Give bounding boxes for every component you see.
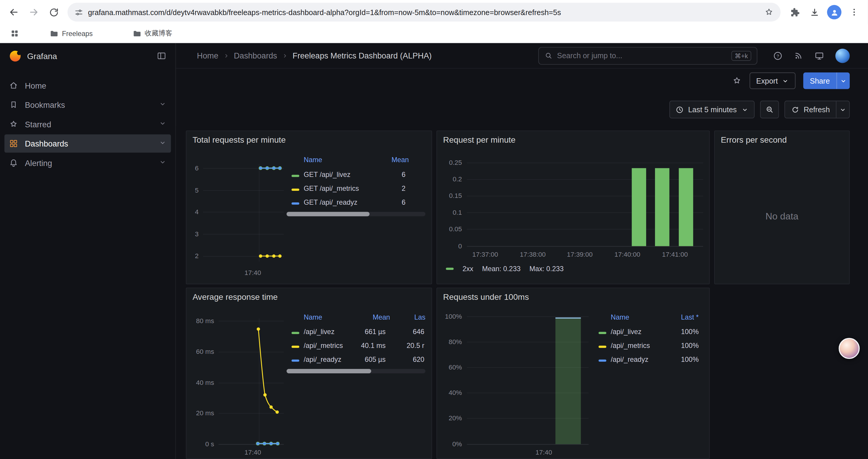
dashboard-canvas: Total requests per minute 6 5 4 3 2 <box>176 126 868 459</box>
bar-under-100ms[interactable] <box>555 318 581 444</box>
news-button[interactable] <box>794 51 803 60</box>
series-name[interactable]: GET /api/_readyz <box>304 198 358 206</box>
downloads-button[interactable] <box>805 3 824 22</box>
sidebar-item-alerting[interactable]: Alerting <box>4 154 171 172</box>
scrollbar-thumb[interactable] <box>286 369 371 373</box>
series-name[interactable]: GET /api/_metrics <box>304 185 359 192</box>
apps-shortcut-button[interactable] <box>6 26 22 41</box>
legend-header-last[interactable]: Last * <box>681 314 699 321</box>
share-label[interactable]: Share <box>803 72 836 89</box>
legend-header-mean[interactable]: Mean <box>373 314 390 321</box>
header-icons: ? <box>773 48 850 63</box>
sidebar-item-starred[interactable]: Starred <box>4 115 171 133</box>
url-text[interactable]: grafana.mathmast.com/d/deytv4rwavabkb/fr… <box>88 8 760 16</box>
url-bar[interactable]: grafana.mathmast.com/d/deytv4rwavabkb/fr… <box>67 3 780 22</box>
legend-scrollbar[interactable] <box>286 212 426 216</box>
breadcrumb: Home Dashboards Freeleaps Metrics Dashbo… <box>197 51 538 60</box>
legend-header-name[interactable]: Name <box>304 314 322 321</box>
user-avatar[interactable] <box>835 48 850 63</box>
export-button[interactable]: Export <box>749 72 795 89</box>
extensions-button[interactable] <box>785 3 804 22</box>
collapse-sidebar-button[interactable] <box>157 51 167 61</box>
series-name[interactable]: /api/_livez <box>304 328 335 335</box>
series-mean: 6 <box>402 198 406 206</box>
series-mean: 2 <box>402 185 406 192</box>
bar-2xx[interactable] <box>679 168 693 246</box>
bookmark-folder-blogs[interactable]: 收藏博客 <box>129 27 176 40</box>
panel-title[interactable]: Errors per second <box>721 135 787 144</box>
search-box[interactable]: ⌘+k <box>538 47 757 64</box>
series-name[interactable]: 2xx <box>462 265 473 273</box>
site-settings-icon[interactable] <box>74 7 84 17</box>
browser-menu-button[interactable] <box>845 3 864 22</box>
back-icon <box>8 6 19 18</box>
back-button[interactable] <box>4 3 23 22</box>
grafana-logo-icon[interactable] <box>9 50 22 62</box>
sidebar-item-label: Alerting <box>25 158 52 167</box>
breadcrumb-home[interactable]: Home <box>197 51 218 60</box>
bookmark-folder-freeleaps[interactable]: Freeleaps <box>46 28 96 40</box>
grafana-app: Grafana Home Bookmarks Starred <box>0 43 868 459</box>
series-readyz-line <box>259 167 281 169</box>
time-range-picker[interactable]: Last 5 minutes <box>670 101 754 119</box>
forward-button[interactable] <box>24 3 43 22</box>
series-last: 100% <box>681 342 699 350</box>
display-button[interactable] <box>814 51 824 61</box>
chevron-down-icon[interactable] <box>159 100 166 109</box>
sidebar-item-label: Bookmarks <box>25 100 65 109</box>
series-metrics-line <box>257 328 279 414</box>
refresh-interval-button[interactable] <box>836 101 849 118</box>
series-name[interactable]: /api/_readyz <box>304 356 342 363</box>
refresh-button[interactable]: Refresh <box>785 101 836 118</box>
monitor-icon <box>814 51 824 61</box>
y-tick: 0.05 <box>440 225 462 233</box>
breadcrumb-dashboards[interactable]: Dashboards <box>234 51 277 60</box>
sidebar-item-dashboards[interactable]: Dashboards <box>4 134 171 153</box>
kebab-menu-icon <box>849 7 859 17</box>
share-menu-button[interactable] <box>836 72 850 89</box>
search-icon <box>545 52 553 60</box>
sidebar-item-bookmarks[interactable]: Bookmarks <box>4 96 171 114</box>
x-tick: 17:38:00 <box>514 251 552 258</box>
legend-row: 2xx Mean: 0.233 Max: 0.233 <box>446 265 568 273</box>
series-name[interactable]: GET /api/_livez <box>304 171 350 179</box>
series-name[interactable]: /api/_metrics <box>304 342 343 350</box>
panel-title[interactable]: Request per minute <box>443 135 516 144</box>
chevron-down-icon[interactable] <box>159 139 166 148</box>
series-name[interactable]: /api/_readyz <box>611 356 649 363</box>
rss-icon <box>794 51 803 60</box>
favorite-dashboard-button[interactable] <box>732 76 742 86</box>
legend-scrollbar[interactable] <box>286 369 426 373</box>
scrollbar-thumb[interactable] <box>286 212 370 216</box>
legend-header-last[interactable]: Las <box>414 314 426 321</box>
legend-header-name[interactable]: Name <box>304 156 322 164</box>
series-name[interactable]: /api/_livez <box>611 328 642 335</box>
main-area: Home Dashboards Freeleaps Metrics Dashbo… <box>176 43 868 459</box>
timeseries-plot[interactable] <box>186 131 432 285</box>
browser-toolbar: grafana.mathmast.com/d/deytv4rwavabkb/fr… <box>0 0 868 24</box>
chevron-down-icon[interactable] <box>159 158 166 168</box>
browser-chrome: grafana.mathmast.com/d/deytv4rwavabkb/fr… <box>0 0 868 43</box>
reload-button[interactable] <box>44 3 63 22</box>
bar-2xx[interactable] <box>655 168 670 246</box>
bookmark-star-icon[interactable] <box>764 7 774 17</box>
chevron-down-icon <box>840 77 847 84</box>
sidebar-item-home[interactable]: Home <box>4 76 171 95</box>
series-name[interactable]: /api/_metrics <box>611 342 650 350</box>
time-controls-bar: Last 5 minutes Refresh <box>176 93 868 126</box>
share-button[interactable]: Share <box>803 72 850 89</box>
legend-header-mean[interactable]: Mean <box>392 156 409 164</box>
legend-header-name[interactable]: Name <box>611 314 629 321</box>
chevron-down-icon[interactable] <box>159 119 166 129</box>
profile-button[interactable] <box>825 3 844 22</box>
star-outline-icon <box>732 76 742 86</box>
bookmarks-bar: Freeleaps 收藏博客 <box>0 24 868 43</box>
x-tick: 17:41:00 <box>656 251 694 258</box>
panel-title[interactable]: Requests under 100ms <box>443 292 529 302</box>
search-input[interactable] <box>557 52 727 60</box>
zoom-out-button[interactable] <box>760 101 779 119</box>
floating-assistant-avatar[interactable] <box>839 338 860 359</box>
bar-2xx[interactable] <box>632 168 646 246</box>
series-last: 646 <box>413 328 424 335</box>
help-button[interactable]: ? <box>773 51 783 61</box>
